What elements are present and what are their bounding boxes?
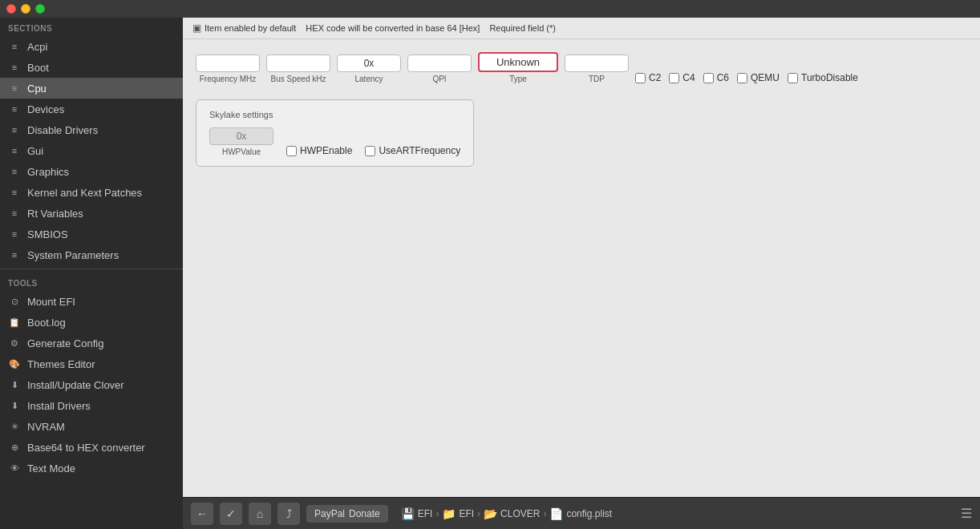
tdp-field-group: TDP	[565, 55, 629, 83]
sidebar-item-label: Rt Variables	[27, 208, 83, 220]
bus-speed-field-group: Bus Speed kHz	[266, 55, 330, 83]
turbo-disable-label: TurboDisable	[801, 72, 858, 83]
hamburger-icon[interactable]: ☰	[961, 506, 972, 521]
type-label: Type	[509, 75, 527, 83]
breadcrumb-sep3: ›	[543, 508, 546, 519]
sidebar-item-text-mode[interactable]: 👁 Text Mode	[0, 458, 183, 479]
type-field-group: Type	[478, 52, 558, 83]
sidebar-item-devices[interactable]: ≡ Devices	[0, 99, 183, 119]
sidebar-item-rt-variables[interactable]: ≡ Rt Variables	[0, 203, 183, 224]
qemu-checkbox[interactable]	[737, 73, 747, 83]
bus-speed-input[interactable]	[266, 55, 330, 72]
skylake-row: HWPValue HWPEnable UseARTFrequency	[209, 127, 460, 156]
bottom-bar: ← ✓ ⌂ ⤴ PayPal Donate 💾 EFI › 📁 EFI › 📂 …	[183, 497, 980, 529]
checkboxes-row: C2 C4 C6 QEMU	[635, 72, 858, 83]
breadcrumb-clover-icon: 📂	[484, 507, 497, 520]
required-field-label: Required field (*)	[489, 23, 556, 33]
sidebar-item-graphics[interactable]: ≡ Graphics	[0, 161, 183, 182]
c6-checkbox[interactable]	[703, 73, 714, 83]
sidebar-item-label: Boot	[27, 62, 49, 74]
c4-checkbox-group: C4	[669, 72, 695, 83]
c2-label: C2	[649, 72, 661, 83]
nav-back-button[interactable]: ←	[191, 503, 213, 525]
sidebar-item-label: System Parameters	[27, 249, 119, 261]
generate-config-icon: ⚙	[8, 337, 21, 349]
breadcrumb: 💾 EFI › 📁 EFI › 📂 CLOVER › 📄 config.plis…	[395, 507, 954, 520]
tdp-input[interactable]	[565, 55, 629, 72]
tdp-label: TDP	[589, 75, 605, 83]
c4-checkbox[interactable]	[669, 73, 679, 83]
hwp-enable-checkbox[interactable]	[286, 146, 297, 156]
frequency-label: Frequency MHz	[200, 75, 257, 83]
sidebar-item-system-parameters[interactable]: ≡ System Parameters	[0, 244, 183, 265]
graphics-icon: ≡	[8, 165, 21, 178]
use-art-checkbox[interactable]	[365, 146, 375, 156]
frequency-input[interactable]	[196, 55, 260, 72]
mount-efi-icon: ⊙	[8, 295, 21, 308]
sidebar-item-label: Text Mode	[27, 462, 75, 474]
cpu-icon: ≡	[8, 82, 21, 95]
sidebar-item-gui[interactable]: ≡ Gui	[0, 140, 183, 161]
maximize-button[interactable]	[35, 4, 45, 14]
item-enabled-label: Item enabled by default	[205, 23, 296, 33]
sidebar-item-kernel-kext[interactable]: ≡ Kernel and Kext Patches	[0, 182, 183, 203]
breadcrumb-part1: EFI	[418, 508, 433, 519]
sidebar-divider	[0, 269, 183, 269]
sidebar-item-label: Install Drivers	[27, 400, 91, 412]
checkmark-button[interactable]: ✓	[220, 503, 242, 525]
latency-label: Latency	[354, 75, 383, 83]
sidebar-item-generate-config[interactable]: ⚙ Generate Config	[0, 333, 183, 353]
minimize-button[interactable]	[21, 4, 30, 14]
sidebar-item-base64-hex[interactable]: ⊕ Base64 to HEX converter	[0, 437, 183, 458]
sidebar-item-label: Gui	[27, 145, 43, 157]
sidebar-item-label: Base64 to HEX converter	[27, 442, 145, 454]
acpi-icon: ≡	[8, 40, 21, 53]
sidebar-item-boot[interactable]: ≡ Boot	[0, 57, 183, 78]
sidebar-item-nvram[interactable]: ✳ NVRAM	[0, 416, 183, 437]
rt-variables-icon: ≡	[8, 207, 21, 220]
disable-drivers-icon: ≡	[8, 123, 21, 136]
sidebar-item-cpu[interactable]: ≡ Cpu	[0, 78, 183, 99]
sidebar-item-smbios[interactable]: ≡ SMBIOS	[0, 224, 183, 244]
themes-editor-icon: 🎨	[8, 357, 21, 370]
title-bar	[0, 0, 980, 18]
breadcrumb-efi2-icon: 📁	[442, 507, 456, 520]
donate-button[interactable]: PayPal Donate	[306, 505, 388, 523]
base64-hex-icon: ⊕	[8, 441, 21, 454]
sidebar-item-label: Devices	[27, 103, 64, 115]
gui-icon: ≡	[8, 144, 21, 157]
qpi-input[interactable]	[407, 55, 472, 72]
latency-input[interactable]	[337, 55, 401, 72]
turbo-disable-checkbox[interactable]	[788, 73, 798, 83]
hwp-value-input[interactable]	[209, 127, 273, 145]
sections-header: SECTIONS	[0, 18, 183, 36]
c2-checkbox-group: C2	[635, 72, 661, 83]
sidebar-item-label: Cpu	[27, 83, 47, 95]
home-button[interactable]: ⌂	[249, 503, 271, 525]
sidebar-item-label: Kernel and Kext Patches	[27, 187, 142, 199]
sidebar-item-install-drivers[interactable]: ⬇ Install Drivers	[0, 395, 183, 416]
close-button[interactable]	[6, 4, 16, 14]
hex-code-label: HEX code will be converted in base 64 [H…	[306, 23, 480, 33]
text-mode-icon: 👁	[8, 462, 21, 474]
sidebar-item-themes-editor[interactable]: 🎨 Themes Editor	[0, 353, 183, 374]
sidebar-item-label: Install/Update Clover	[27, 379, 124, 391]
sidebar-item-label: Boot.log	[27, 317, 66, 329]
qemu-checkbox-group: QEMU	[737, 72, 780, 83]
share-button[interactable]: ⤴	[277, 503, 300, 525]
install-clover-icon: ⬇	[8, 378, 21, 391]
sidebar-item-label: SMBIOS	[27, 228, 68, 240]
sidebar-item-disable-drivers[interactable]: ≡ Disable Drivers	[0, 119, 183, 140]
sidebar-item-acpi[interactable]: ≡ Acpi	[0, 36, 183, 57]
sidebar-item-label: Mount EFI	[27, 296, 75, 308]
sidebar-item-install-clover[interactable]: ⬇ Install/Update Clover	[0, 374, 183, 395]
sidebar-item-boot-log[interactable]: 📋 Boot.log	[0, 312, 183, 333]
content-body: Frequency MHz Bus Speed kHz Latency QPI …	[183, 39, 980, 497]
sidebar-item-label: Acpi	[27, 41, 47, 53]
sidebar-item-mount-efi[interactable]: ⊙ Mount EFI	[0, 291, 183, 312]
boot-icon: ≡	[8, 61, 21, 74]
c2-checkbox[interactable]	[635, 73, 646, 83]
type-input[interactable]	[478, 52, 558, 72]
qpi-label: QPI	[432, 75, 446, 83]
latency-field-group: Latency	[337, 55, 401, 83]
